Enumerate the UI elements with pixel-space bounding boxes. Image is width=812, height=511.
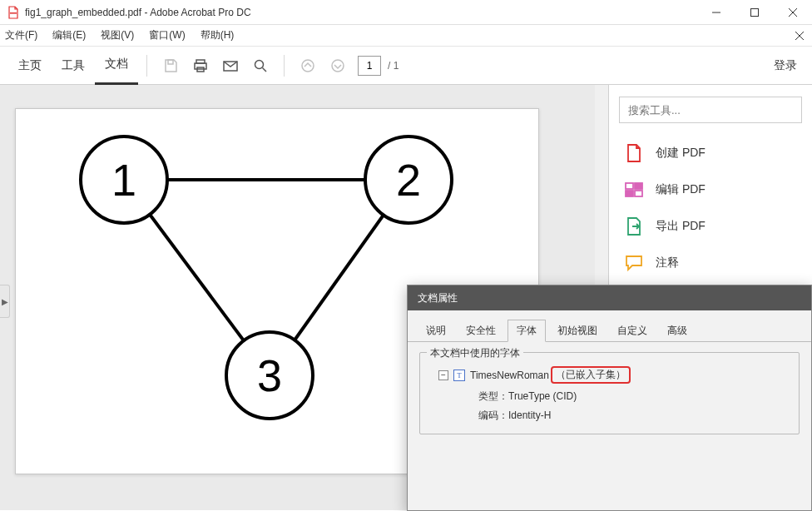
dlg-tab-advanced[interactable]: 高级 bbox=[659, 320, 696, 341]
tool-create-pdf[interactable]: 创建 PDF bbox=[609, 135, 812, 171]
pdf-app-icon bbox=[7, 6, 20, 19]
dlg-tab-desc[interactable]: 说明 bbox=[418, 320, 454, 341]
svg-point-15 bbox=[332, 60, 344, 72]
menubar: 文件(F) 编辑(E) 视图(V) 窗口(W) 帮助(H) bbox=[0, 25, 812, 47]
dialog-body: 本文档中使用的字体 − T TimesNewRoman （已嵌入子集） 类型：T… bbox=[408, 342, 811, 444]
login-button[interactable]: 登录 bbox=[774, 58, 797, 73]
font-encoding-row: 编码：Identity-H bbox=[428, 406, 790, 425]
page-input[interactable] bbox=[358, 56, 381, 76]
window-title: fig1_graph_embedded.pdf - Adobe Acrobat … bbox=[25, 7, 251, 18]
tool-create-pdf-label: 创建 PDF bbox=[656, 146, 706, 161]
menu-close-doc[interactable] bbox=[795, 29, 804, 42]
window-controls bbox=[697, 0, 812, 25]
svg-rect-25 bbox=[635, 191, 642, 196]
svg-point-14 bbox=[302, 60, 314, 72]
font-type-row: 类型：TrueType (CID) bbox=[428, 387, 790, 406]
font-name-label: TimesNewRoman bbox=[470, 370, 549, 381]
export-pdf-icon bbox=[624, 216, 644, 236]
font-tree-item[interactable]: − T TimesNewRoman （已嵌入子集） bbox=[428, 363, 790, 387]
dlg-tab-initial-view[interactable]: 初始视图 bbox=[549, 320, 606, 341]
document-properties-dialog: 文档属性 说明 安全性 字体 初始视图 自定义 高级 本文档中使用的字体 − T… bbox=[407, 285, 812, 511]
tool-comment[interactable]: 注释 bbox=[609, 245, 812, 281]
email-icon[interactable] bbox=[219, 54, 242, 77]
menu-help[interactable]: 帮助(H) bbox=[201, 28, 235, 42]
minimize-button[interactable] bbox=[697, 0, 735, 25]
tools-search-input[interactable] bbox=[628, 104, 793, 117]
edit-pdf-icon bbox=[624, 180, 644, 200]
svg-rect-9 bbox=[195, 63, 206, 69]
dlg-tab-fonts[interactable]: 字体 bbox=[508, 320, 546, 342]
tab-home[interactable]: 主页 bbox=[8, 47, 52, 85]
menu-view[interactable]: 视图(V) bbox=[101, 28, 134, 42]
font-type-icon: T bbox=[453, 370, 465, 381]
tool-comment-label: 注释 bbox=[656, 256, 679, 270]
fonts-group: 本文档中使用的字体 − T TimesNewRoman （已嵌入子集） 类型：T… bbox=[419, 352, 800, 434]
svg-rect-23 bbox=[635, 183, 642, 189]
save-icon[interactable] bbox=[159, 54, 182, 77]
node-2-label: 2 bbox=[396, 155, 421, 205]
tools-search[interactable] bbox=[619, 97, 802, 123]
tab-tools[interactable]: 工具 bbox=[52, 47, 95, 85]
svg-rect-0 bbox=[10, 12, 17, 14]
tool-edit-pdf-label: 编辑 PDF bbox=[656, 182, 706, 197]
svg-rect-24 bbox=[626, 191, 633, 196]
menu-file[interactable]: 文件(F) bbox=[5, 28, 37, 42]
svg-rect-2 bbox=[751, 9, 759, 17]
create-pdf-icon bbox=[624, 143, 644, 163]
svg-point-12 bbox=[255, 60, 264, 68]
dlg-tab-security[interactable]: 安全性 bbox=[458, 320, 504, 341]
titlebar: fig1_graph_embedded.pdf - Adobe Acrobat … bbox=[0, 0, 812, 25]
maximize-button[interactable] bbox=[735, 0, 774, 25]
svg-rect-7 bbox=[168, 60, 173, 64]
page-up-icon[interactable] bbox=[296, 54, 319, 77]
dialog-tabs: 说明 安全性 字体 初始视图 自定义 高级 bbox=[408, 310, 811, 342]
tree-collapse-icon[interactable]: − bbox=[438, 370, 448, 380]
fonts-group-label: 本文档中使用的字体 bbox=[427, 346, 523, 360]
node-3-label: 3 bbox=[257, 350, 282, 400]
tool-edit-pdf[interactable]: 编辑 PDF bbox=[609, 171, 812, 208]
dlg-tab-custom[interactable]: 自定义 bbox=[609, 320, 656, 341]
tool-export-pdf[interactable]: 导出 PDF bbox=[609, 208, 812, 245]
menu-edit[interactable]: 编辑(E) bbox=[52, 28, 86, 42]
print-icon[interactable] bbox=[189, 54, 212, 77]
dialog-titlebar[interactable]: 文档属性 bbox=[408, 285, 811, 310]
menu-window[interactable]: 窗口(W) bbox=[149, 28, 185, 42]
tab-document[interactable]: 文档 bbox=[95, 47, 138, 85]
close-button[interactable] bbox=[774, 0, 812, 25]
toolbar: 主页 工具 文档 / 1 登录 bbox=[0, 47, 812, 85]
page-total: / 1 bbox=[388, 60, 399, 72]
svg-line-13 bbox=[263, 67, 267, 72]
expand-nav-handle[interactable]: ▶ bbox=[0, 285, 10, 318]
search-icon[interactable] bbox=[249, 54, 272, 77]
comment-icon bbox=[624, 253, 644, 273]
page-nav: / 1 bbox=[358, 56, 399, 76]
tool-export-pdf-label: 导出 PDF bbox=[656, 219, 706, 234]
svg-rect-22 bbox=[626, 183, 633, 189]
node-1-label: 1 bbox=[111, 155, 136, 205]
page-down-icon[interactable] bbox=[326, 54, 349, 77]
font-embed-status: （已嵌入子集） bbox=[551, 366, 631, 384]
